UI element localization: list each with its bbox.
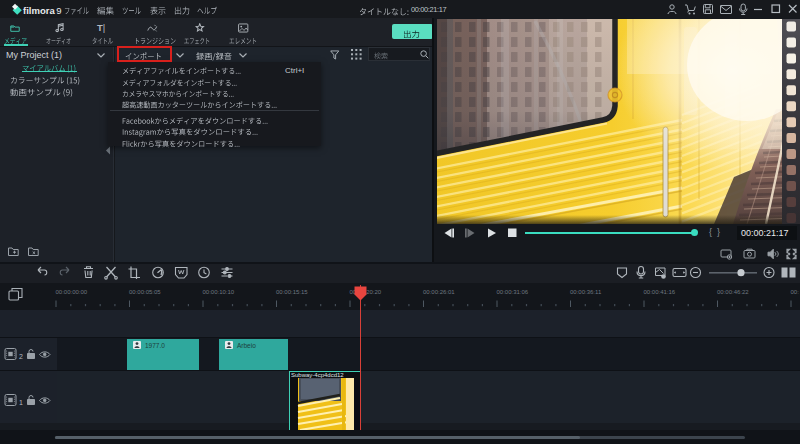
svg-text:1: 1 <box>19 399 23 406</box>
svg-text:00:00:05:05: 00:00:05:05 <box>129 289 161 295</box>
svg-text:00:00:31:06: 00:00:31:06 <box>497 289 529 295</box>
svg-text:2: 2 <box>19 353 23 360</box>
svg-text:00:00:36:11: 00:00:36:11 <box>570 289 602 295</box>
svg-text:00:00:00:00: 00:00:00:00 <box>56 289 88 295</box>
svg-text:00:00:26:01: 00:00:26:01 <box>423 289 455 295</box>
svg-text:00:00:46:22: 00:00:46:22 <box>717 289 749 295</box>
svg-text:00:00:41:16: 00:00:41:16 <box>644 289 676 295</box>
svg-text:00:: 00: <box>791 289 800 295</box>
svg-text:00:00:15:15: 00:00:15:15 <box>276 289 308 295</box>
svg-text:00:00:10:10: 00:00:10:10 <box>203 289 235 295</box>
